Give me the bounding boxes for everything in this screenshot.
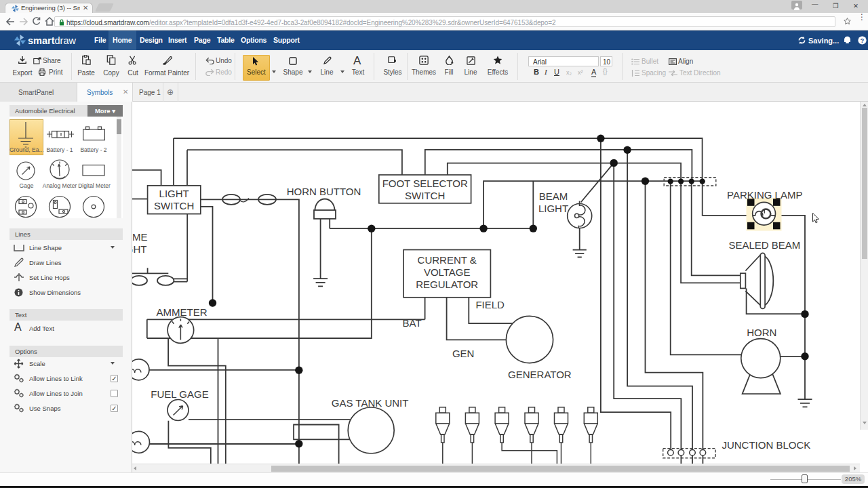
svg-text:FIELD: FIELD [475,299,505,310]
svg-text:AMMETER: AMMETER [157,306,208,318]
svg-text:?: ? [861,37,864,44]
svg-text:SWITCH: SWITCH [405,190,445,201]
svg-text:HORN BUTTON: HORN BUTTON [287,186,361,197]
svg-text:FOOT SELECTOR: FOOT SELECTOR [382,178,468,189]
svg-text:JUNCTION BLOCK: JUNCTION BLOCK [722,439,810,451]
svg-text:CURRENT &: CURRENT & [418,254,477,266]
svg-text:LIGHT: LIGHT [132,243,147,255]
svg-text:GEN: GEN [452,348,475,359]
svg-text:GAS TANK UNIT: GAS TANK UNIT [332,397,409,409]
svg-text:SWITCH: SWITCH [154,200,194,211]
svg-text:BEAM: BEAM [539,190,568,202]
svg-text:SEALED BEAM: SEALED BEAM [728,239,800,251]
svg-text:VOLTAGE: VOLTAGE [424,266,471,278]
svg-text:FUEL GAGE: FUEL GAGE [151,388,208,400]
svg-text:HORN: HORN [747,327,776,338]
svg-text:DOME: DOME [132,231,148,243]
svg-text:PARKING LAMP: PARKING LAMP [727,189,802,201]
svg-text:LIGHT: LIGHT [538,203,568,214]
svg-text:REGULATOR: REGULATOR [416,279,478,290]
svg-text:LIGHT: LIGHT [159,188,189,199]
svg-text:GENERATOR: GENERATOR [508,369,572,380]
svg-text:BAT: BAT [403,317,422,329]
